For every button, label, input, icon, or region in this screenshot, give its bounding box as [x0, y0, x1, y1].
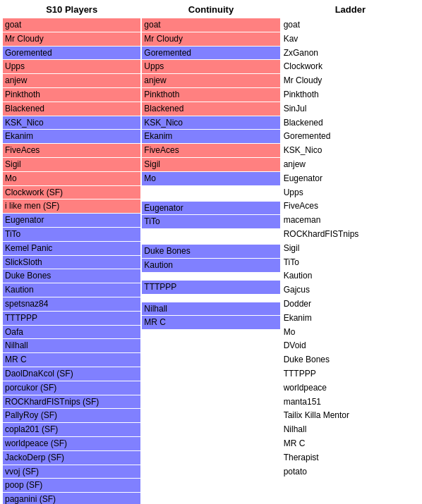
list-item: Mr Cloudy: [142, 32, 279, 46]
list-item: MR C: [282, 437, 419, 450]
list-item: manta151: [282, 395, 419, 409]
list-item: JackoDerp (SF): [3, 451, 140, 465]
list-item: worldpeace (SF): [3, 437, 140, 450]
column-continuity: ContinuitygoatMr CloudyGorementedUppsanj…: [142, 3, 279, 504]
list-item-empty-17: [142, 237, 279, 244]
list-item: Nilhall: [282, 423, 419, 436]
list-item-empty-13: [142, 194, 279, 201]
list-item: goat: [142, 18, 279, 32]
list-item-empty-20: [142, 273, 279, 280]
list-item: Blackened: [3, 102, 140, 116]
list-item: Upps: [3, 60, 140, 73]
list-item: TiTo: [3, 228, 140, 241]
list-item: Eugenator: [3, 214, 140, 227]
list-item: Gajcus: [282, 283, 419, 297]
list-item: anjew: [142, 74, 279, 87]
list-item: Sigil: [142, 158, 279, 171]
list-item: Kaution: [3, 283, 140, 297]
column-header-ladder: Ladder: [282, 3, 419, 16]
list-item: Duke Bones: [142, 245, 279, 258]
list-item: MR C: [142, 316, 279, 329]
list-item: Mo: [3, 172, 140, 185]
list-item: Dodder: [282, 297, 419, 311]
list-item: Oafa: [3, 326, 140, 339]
list-item: anjew: [3, 74, 140, 87]
list-item: i like men (SF): [3, 199, 140, 213]
list-item: Clockwork (SF): [3, 186, 140, 199]
list-item: Ekanim: [282, 312, 419, 325]
list-item: vvoj (SF): [3, 465, 140, 479]
list-item: TiTo: [142, 215, 279, 228]
list-item: maceman: [282, 214, 419, 227]
list-item: Blackened: [282, 116, 419, 130]
list-item: TTTPPP: [142, 281, 279, 294]
list-item: TiTo: [282, 256, 419, 269]
list-item: Sigil: [282, 242, 419, 255]
list-item: Therapist: [282, 451, 419, 465]
list-item: FiveAces: [142, 144, 279, 157]
list-item: Duke Bones: [3, 269, 140, 283]
list-item: Goremented: [142, 47, 279, 60]
list-item: Tailix Killa Mentor: [282, 409, 419, 422]
list-item: Mo: [282, 326, 419, 339]
list-item: FiveAces: [3, 144, 140, 157]
list-item: porcukor (SF): [3, 381, 140, 395]
list-item: Duke Bones: [282, 353, 419, 367]
list-item: anjew: [282, 158, 419, 171]
list-item: PallyRoy (SF): [3, 409, 140, 422]
list-item: SlickSloth: [3, 256, 140, 269]
list-item: Goremented: [282, 130, 419, 143]
list-item: KSK_Nico: [142, 116, 279, 130]
list-item: Goremented: [3, 47, 140, 60]
list-item-empty-12: [142, 186, 279, 193]
list-item: TTTPPP: [282, 367, 419, 381]
list-item: Eugenator: [282, 172, 419, 185]
list-item: Nilhall: [3, 339, 140, 352]
list-item: goat: [3, 18, 140, 32]
list-item: DVoid: [282, 339, 419, 352]
list-item: Mo: [142, 172, 279, 185]
list-item: paganini (SF): [3, 493, 140, 504]
list-item: Nilhall: [142, 302, 279, 316]
list-item: Pinkthoth: [282, 88, 419, 102]
list-item: Upps: [282, 186, 419, 199]
list-item: Eugenator: [142, 202, 279, 215]
list-item: FiveAces: [282, 199, 419, 213]
list-item: Clockwork: [282, 60, 419, 73]
column-ladder: LaddergoatKavZxGanonClockworkMr CloudyPi…: [282, 3, 419, 504]
list-item: Pinkthoth: [142, 88, 279, 102]
list-item: Mr Cloudy: [282, 74, 419, 87]
list-item: ROCKhardFISTnips (SF): [3, 395, 140, 409]
list-item-empty-22: [142, 295, 279, 302]
list-item: DaolDnaKcol (SF): [3, 367, 140, 381]
list-item: goat: [282, 18, 419, 32]
list-item-empty-16: [142, 229, 279, 236]
list-item: KSK_Nico: [3, 116, 140, 130]
column-header-s10players: S10 Players: [3, 3, 140, 16]
list-item: Ekanim: [142, 130, 279, 143]
list-item: ROCKhardFISTnips: [282, 228, 419, 241]
list-item: ZxGanon: [282, 47, 419, 60]
list-item: MR C: [3, 353, 140, 367]
list-item: Mr Cloudy: [3, 32, 140, 46]
main-container: S10 PlayersgoatMr CloudyGorementedUppsan…: [0, 0, 422, 504]
list-item: TTTPPP: [3, 312, 140, 325]
list-item: copla201 (SF): [3, 423, 140, 436]
list-item: SinJul: [282, 102, 419, 116]
list-item: Upps: [142, 60, 279, 73]
list-item: Kaution: [142, 259, 279, 272]
list-item: KSK_Nico: [282, 144, 419, 157]
column-s10players: S10 PlayersgoatMr CloudyGorementedUppsan…: [3, 3, 140, 504]
list-item: Kaution: [282, 269, 419, 283]
list-item: Pinkthoth: [3, 88, 140, 102]
list-item: Blackened: [142, 102, 279, 116]
list-item: worldpeace: [282, 381, 419, 395]
list-item: potato: [282, 465, 419, 479]
list-item: Kemel Panic: [3, 242, 140, 255]
list-item: Kav: [282, 32, 419, 46]
list-item: spetsnaz84: [3, 297, 140, 311]
list-item: Sigil: [3, 158, 140, 171]
column-header-continuity: Continuity: [142, 3, 279, 16]
list-item: Ekanim: [3, 130, 140, 143]
list-item: poop (SF): [3, 479, 140, 492]
